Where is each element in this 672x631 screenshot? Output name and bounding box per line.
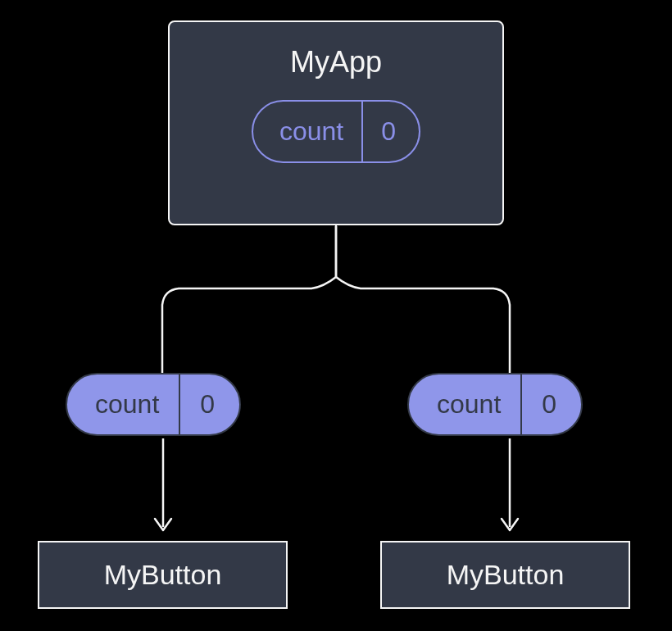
child-component-box-left: MyButton bbox=[38, 541, 288, 609]
prop-pill-right: count 0 bbox=[407, 373, 583, 436]
state-value: 0 bbox=[363, 102, 419, 161]
prop-label: count bbox=[67, 375, 180, 434]
child-component-title: MyButton bbox=[104, 559, 222, 591]
parent-state-pill: count 0 bbox=[252, 100, 420, 163]
arrow-left bbox=[152, 438, 176, 545]
prop-pill-left: count 0 bbox=[66, 373, 241, 436]
child-component-title: MyButton bbox=[447, 559, 565, 591]
arrow-right bbox=[498, 438, 523, 545]
prop-value: 0 bbox=[522, 375, 581, 434]
prop-label: count bbox=[409, 375, 522, 434]
parent-component-title: MyApp bbox=[290, 45, 382, 79]
child-component-box-right: MyButton bbox=[380, 541, 630, 609]
parent-component-box: MyApp count 0 bbox=[168, 20, 504, 225]
prop-value: 0 bbox=[180, 375, 239, 434]
state-label: count bbox=[253, 102, 363, 161]
